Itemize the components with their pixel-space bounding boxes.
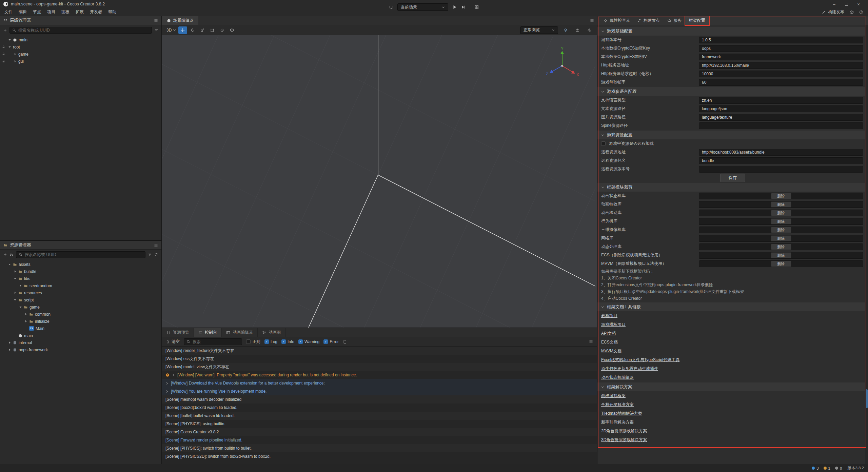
log-file-icon[interactable]: [343, 340, 347, 344]
delete-button[interactable]: 删除: [771, 261, 791, 267]
expand-chevron-icon[interactable]: [172, 374, 175, 377]
console-message[interactable]: [Window] model_view文件夹不存在: [162, 363, 597, 371]
section-collapse-icon[interactable]: [601, 386, 604, 389]
doc-link[interactable]: Excel格式转Json文件与TypeScript代码工具: [601, 357, 679, 363]
doc-link[interactable]: 动画状态机编辑器: [601, 375, 634, 380]
collapse-arrow-icon[interactable]: [8, 348, 11, 351]
expand-arrow-icon[interactable]: [8, 38, 11, 41]
config-input[interactable]: [699, 97, 863, 104]
assets-search-box[interactable]: [16, 251, 145, 258]
expand-chevron-icon[interactable]: [165, 390, 169, 393]
device-select-icon[interactable]: [389, 5, 393, 9]
filter-warning-toggle[interactable]: ✓Warning: [298, 339, 319, 344]
tool-recttool-button[interactable]: [208, 26, 217, 34]
layout-grid-icon[interactable]: [475, 5, 479, 9]
menu-item[interactable]: 节点: [30, 8, 44, 16]
console-message[interactable]: [Window] ecs文件夹不存在: [162, 355, 597, 363]
status-count[interactable]: 0: [835, 466, 842, 470]
assets-tree-row[interactable]: assets: [0, 261, 161, 268]
filter-info-toggle[interactable]: ✓Info: [281, 339, 294, 344]
console-tab[interactable]: 动画编辑器: [222, 328, 258, 337]
scene-viewport[interactable]: Y X Z: [162, 35, 597, 328]
delete-button[interactable]: 删除: [771, 201, 791, 208]
console-tab[interactable]: 资源预览: [162, 328, 194, 337]
checkbox-icon[interactable]: ✓: [264, 339, 269, 344]
expand-arrow-icon[interactable]: [19, 306, 22, 309]
doc-link[interactable]: 新手引导解决方案: [601, 419, 634, 425]
panel-menu-icon[interactable]: [154, 19, 158, 23]
config-input[interactable]: [699, 166, 863, 173]
collapse-arrow-icon[interactable]: [19, 284, 22, 287]
section-header[interactable]: 游戏基础配置: [597, 27, 868, 36]
expand-chevron-icon[interactable]: [165, 382, 169, 385]
scrollbar[interactable]: [865, 25, 868, 464]
filter-icon[interactable]: [148, 253, 152, 257]
config-input[interactable]: [699, 45, 863, 52]
expand-arrow-icon[interactable]: [14, 298, 17, 301]
doc-link[interactable]: 全栈开发解决方案: [601, 402, 634, 408]
assets-tree-row[interactable]: bundle: [0, 268, 161, 275]
delete-button[interactable]: 删除: [771, 244, 791, 250]
menu-item[interactable]: 开发者: [87, 8, 105, 16]
menu-item[interactable]: 帮助: [105, 8, 119, 16]
tool-gcenter-button[interactable]: [218, 26, 226, 34]
console-message[interactable]: [Scene] meshopt wasm decoder initialized: [162, 395, 597, 404]
delete-button[interactable]: 删除: [771, 227, 791, 233]
section-collapse-icon[interactable]: [601, 134, 604, 137]
delete-button[interactable]: 删除: [771, 210, 791, 216]
maximize-button[interactable]: [840, 0, 852, 8]
axis-gizmo[interactable]: Y X Z: [545, 47, 580, 82]
section-collapse-icon[interactable]: [601, 90, 604, 93]
console-message[interactable]: [Window] Download the Vue Devtools exten…: [162, 379, 597, 387]
console-message[interactable]: [Scene] [PHYSICS]: switch from builtin t…: [162, 444, 597, 452]
doc-link[interactable]: 教程项目: [601, 313, 617, 319]
add-node-icon[interactable]: [3, 28, 7, 32]
assets-tree-row[interactable]: main: [0, 332, 161, 339]
hierarchy-tree-row[interactable]: game: [0, 51, 161, 58]
inspector-tab[interactable]: 构建发布: [634, 16, 664, 25]
delete-button[interactable]: 删除: [771, 252, 791, 258]
console-tab[interactable]: 控制台: [194, 328, 222, 337]
console-message[interactable]: [Scene] [PHYSICS2D]: switch from box2d-w…: [162, 452, 597, 460]
config-input[interactable]: [699, 54, 863, 60]
config-input[interactable]: [699, 105, 863, 112]
delete-button[interactable]: 删除: [771, 218, 791, 224]
console-tab[interactable]: 动画图: [258, 328, 285, 337]
menu-item[interactable]: 面板: [58, 8, 73, 16]
save-button[interactable]: 保存: [720, 174, 745, 182]
expand-arrow-icon[interactable]: [8, 45, 11, 48]
config-input[interactable]: [699, 79, 863, 86]
inspector-tab[interactable]: 属性检查器: [600, 16, 634, 25]
assets-tree-row[interactable]: seedrandom: [0, 282, 161, 289]
menu-item[interactable]: 项目: [44, 8, 58, 16]
assets-tree-row[interactable]: TSMain: [0, 325, 161, 332]
config-input[interactable]: [699, 71, 863, 77]
collapse-arrow-icon[interactable]: [14, 291, 17, 294]
console-message[interactable]: [Window] [Vue warn]: Property "onInput" …: [162, 371, 597, 379]
console-message[interactable]: [Scene] [PHYSICS]: using builtin.: [162, 420, 597, 428]
collapse-arrow-icon[interactable]: [14, 270, 17, 273]
add-asset-icon[interactable]: [3, 253, 7, 257]
status-count[interactable]: 3: [812, 466, 818, 470]
assets-tree-row[interactable]: script: [0, 296, 161, 303]
hierarchy-tree-row[interactable]: root: [0, 43, 161, 51]
menu-item[interactable]: 文件: [1, 8, 16, 16]
section-header[interactable]: 游戏多语言配置: [597, 87, 868, 96]
checkbox-icon[interactable]: ✓: [298, 339, 303, 344]
scene-select-dropdown[interactable]: 当前场景: [397, 3, 448, 11]
menu-item[interactable]: 扩展: [73, 8, 87, 16]
tool-move-button[interactable]: [178, 26, 187, 34]
view-mode-dropdown[interactable]: 正常浏览: [520, 26, 558, 34]
package-icon[interactable]: [850, 10, 854, 14]
filter-log-toggle[interactable]: ✓Log: [264, 339, 277, 344]
console-message[interactable]: [Scene] [box2d]:box2d wasm lib loaded.: [162, 404, 597, 412]
collapse-arrow-icon[interactable]: [8, 341, 11, 344]
filter-error-toggle[interactable]: ✓Error: [323, 339, 339, 344]
assets-tree-row[interactable]: oops-framework: [0, 346, 161, 353]
collapse-arrow-icon[interactable]: [24, 313, 27, 316]
sort-icon[interactable]: [9, 253, 14, 257]
tool-gspace-button[interactable]: [228, 26, 236, 34]
expand-arrow-icon[interactable]: [8, 263, 11, 266]
delete-button[interactable]: 删除: [771, 193, 791, 199]
console-message[interactable]: [Scene] [bullet]:bullet wasm lib loaded.: [162, 412, 597, 420]
